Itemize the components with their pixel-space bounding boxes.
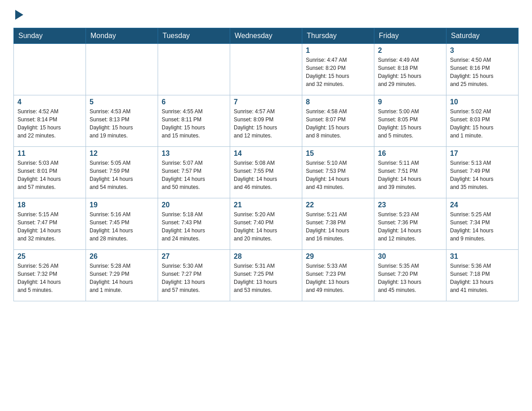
- day-info: Sunrise: 5:33 AM Sunset: 7:23 PM Dayligh…: [306, 262, 370, 294]
- day-header-wednesday: Wednesday: [230, 28, 302, 44]
- day-info: Sunrise: 5:25 AM Sunset: 7:34 PM Dayligh…: [450, 210, 515, 243]
- day-info: Sunrise: 5:13 AM Sunset: 7:49 PM Dayligh…: [450, 159, 515, 191]
- logo: [13, 9, 23, 20]
- calendar-day-cell: [86, 44, 158, 95]
- calendar-day-cell: 21Sunrise: 5:20 AM Sunset: 7:40 PM Dayli…: [230, 198, 302, 250]
- day-number: 22: [306, 201, 370, 209]
- day-info: Sunrise: 4:52 AM Sunset: 8:14 PM Dayligh…: [17, 107, 82, 140]
- day-number: 25: [17, 253, 82, 261]
- day-number: 21: [234, 201, 298, 209]
- calendar-day-cell: 19Sunrise: 5:16 AM Sunset: 7:45 PM Dayli…: [86, 198, 158, 250]
- day-info: Sunrise: 4:50 AM Sunset: 8:16 PM Dayligh…: [450, 56, 515, 88]
- calendar-day-cell: 11Sunrise: 5:03 AM Sunset: 8:01 PM Dayli…: [14, 147, 86, 198]
- day-info: Sunrise: 5:23 AM Sunset: 7:36 PM Dayligh…: [378, 210, 442, 243]
- calendar-day-cell: 28Sunrise: 5:31 AM Sunset: 7:25 PM Dayli…: [230, 250, 302, 301]
- day-number: 31: [450, 253, 515, 261]
- calendar-day-cell: 25Sunrise: 5:26 AM Sunset: 7:32 PM Dayli…: [14, 250, 86, 301]
- day-header-sunday: Sunday: [14, 28, 86, 44]
- page-header: [13, 9, 519, 20]
- calendar-day-cell: [158, 44, 230, 95]
- day-info: Sunrise: 5:11 AM Sunset: 7:51 PM Dayligh…: [378, 159, 442, 191]
- day-info: Sunrise: 5:35 AM Sunset: 7:20 PM Dayligh…: [378, 262, 442, 294]
- day-header-tuesday: Tuesday: [158, 28, 230, 44]
- day-number: 6: [162, 98, 226, 106]
- logo-arrow-icon: [15, 10, 23, 20]
- calendar-day-cell: 15Sunrise: 5:10 AM Sunset: 7:53 PM Dayli…: [302, 147, 374, 198]
- day-number: 30: [378, 253, 442, 261]
- day-number: 19: [90, 201, 154, 209]
- calendar-day-cell: 22Sunrise: 5:21 AM Sunset: 7:38 PM Dayli…: [302, 198, 374, 250]
- day-number: 13: [162, 150, 226, 158]
- day-info: Sunrise: 5:05 AM Sunset: 7:59 PM Dayligh…: [90, 159, 154, 191]
- day-number: 1: [306, 47, 370, 55]
- day-info: Sunrise: 4:55 AM Sunset: 8:11 PM Dayligh…: [162, 107, 226, 140]
- day-info: Sunrise: 5:00 AM Sunset: 8:05 PM Dayligh…: [378, 107, 442, 140]
- day-number: 15: [306, 150, 370, 158]
- day-info: Sunrise: 5:31 AM Sunset: 7:25 PM Dayligh…: [234, 262, 298, 294]
- day-number: 17: [450, 150, 515, 158]
- calendar-header-row: SundayMondayTuesdayWednesdayThursdayFrid…: [14, 28, 519, 44]
- day-number: 3: [450, 47, 515, 55]
- day-info: Sunrise: 5:28 AM Sunset: 7:29 PM Dayligh…: [90, 262, 154, 294]
- calendar-week-row: 1Sunrise: 4:47 AM Sunset: 8:20 PM Daylig…: [14, 44, 519, 95]
- day-info: Sunrise: 4:58 AM Sunset: 8:07 PM Dayligh…: [306, 107, 370, 140]
- day-header-monday: Monday: [86, 28, 158, 44]
- day-number: 26: [90, 253, 154, 261]
- calendar-day-cell: 18Sunrise: 5:15 AM Sunset: 7:47 PM Dayli…: [14, 198, 86, 250]
- calendar-week-row: 11Sunrise: 5:03 AM Sunset: 8:01 PM Dayli…: [14, 147, 519, 198]
- svg-marker-0: [15, 10, 23, 20]
- calendar-day-cell: 12Sunrise: 5:05 AM Sunset: 7:59 PM Dayli…: [86, 147, 158, 198]
- calendar-day-cell: 1Sunrise: 4:47 AM Sunset: 8:20 PM Daylig…: [302, 44, 374, 95]
- calendar-day-cell: 27Sunrise: 5:30 AM Sunset: 7:27 PM Dayli…: [158, 250, 230, 301]
- day-number: 8: [306, 98, 370, 106]
- day-header-saturday: Saturday: [446, 28, 519, 44]
- calendar-day-cell: 14Sunrise: 5:08 AM Sunset: 7:55 PM Dayli…: [230, 147, 302, 198]
- calendar-day-cell: 30Sunrise: 5:35 AM Sunset: 7:20 PM Dayli…: [374, 250, 446, 301]
- day-info: Sunrise: 5:36 AM Sunset: 7:18 PM Dayligh…: [450, 262, 515, 294]
- calendar-table: SundayMondayTuesdayWednesdayThursdayFrid…: [13, 28, 519, 301]
- day-header-thursday: Thursday: [302, 28, 374, 44]
- calendar-day-cell: 31Sunrise: 5:36 AM Sunset: 7:18 PM Dayli…: [446, 250, 519, 301]
- day-info: Sunrise: 5:16 AM Sunset: 7:45 PM Dayligh…: [90, 210, 154, 243]
- calendar-day-cell: 8Sunrise: 4:58 AM Sunset: 8:07 PM Daylig…: [302, 95, 374, 147]
- calendar-day-cell: 26Sunrise: 5:28 AM Sunset: 7:29 PM Dayli…: [86, 250, 158, 301]
- day-info: Sunrise: 5:18 AM Sunset: 7:43 PM Dayligh…: [162, 210, 226, 243]
- day-info: Sunrise: 5:20 AM Sunset: 7:40 PM Dayligh…: [234, 210, 298, 243]
- day-number: 2: [378, 47, 442, 55]
- calendar-day-cell: 24Sunrise: 5:25 AM Sunset: 7:34 PM Dayli…: [446, 198, 519, 250]
- day-number: 4: [17, 98, 82, 106]
- day-info: Sunrise: 5:07 AM Sunset: 7:57 PM Dayligh…: [162, 159, 226, 191]
- calendar-day-cell: 6Sunrise: 4:55 AM Sunset: 8:11 PM Daylig…: [158, 95, 230, 147]
- day-info: Sunrise: 5:08 AM Sunset: 7:55 PM Dayligh…: [234, 159, 298, 191]
- day-number: 7: [234, 98, 298, 106]
- day-number: 28: [234, 253, 298, 261]
- day-info: Sunrise: 5:15 AM Sunset: 7:47 PM Dayligh…: [17, 210, 82, 243]
- calendar-day-cell: [230, 44, 302, 95]
- day-info: Sunrise: 5:26 AM Sunset: 7:32 PM Dayligh…: [17, 262, 82, 294]
- day-number: 5: [90, 98, 154, 106]
- calendar-day-cell: 5Sunrise: 4:53 AM Sunset: 8:13 PM Daylig…: [86, 95, 158, 147]
- day-number: 24: [450, 201, 515, 209]
- day-number: 18: [17, 201, 82, 209]
- day-number: 23: [378, 201, 442, 209]
- calendar-day-cell: 3Sunrise: 4:50 AM Sunset: 8:16 PM Daylig…: [446, 44, 519, 95]
- day-header-friday: Friday: [374, 28, 446, 44]
- day-info: Sunrise: 5:03 AM Sunset: 8:01 PM Dayligh…: [17, 159, 82, 191]
- day-number: 27: [162, 253, 226, 261]
- calendar-day-cell: 20Sunrise: 5:18 AM Sunset: 7:43 PM Dayli…: [158, 198, 230, 250]
- calendar-week-row: 4Sunrise: 4:52 AM Sunset: 8:14 PM Daylig…: [14, 95, 519, 147]
- calendar-day-cell: 29Sunrise: 5:33 AM Sunset: 7:23 PM Dayli…: [302, 250, 374, 301]
- calendar-day-cell: 10Sunrise: 5:02 AM Sunset: 8:03 PM Dayli…: [446, 95, 519, 147]
- calendar-day-cell: 23Sunrise: 5:23 AM Sunset: 7:36 PM Dayli…: [374, 198, 446, 250]
- day-number: 20: [162, 201, 226, 209]
- day-info: Sunrise: 4:49 AM Sunset: 8:18 PM Dayligh…: [378, 56, 442, 88]
- calendar-day-cell: 9Sunrise: 5:00 AM Sunset: 8:05 PM Daylig…: [374, 95, 446, 147]
- day-info: Sunrise: 5:30 AM Sunset: 7:27 PM Dayligh…: [162, 262, 226, 294]
- day-info: Sunrise: 4:57 AM Sunset: 8:09 PM Dayligh…: [234, 107, 298, 140]
- calendar-day-cell: 2Sunrise: 4:49 AM Sunset: 8:18 PM Daylig…: [374, 44, 446, 95]
- day-number: 14: [234, 150, 298, 158]
- day-number: 12: [90, 150, 154, 158]
- calendar-day-cell: 16Sunrise: 5:11 AM Sunset: 7:51 PM Dayli…: [374, 147, 446, 198]
- calendar-day-cell: 7Sunrise: 4:57 AM Sunset: 8:09 PM Daylig…: [230, 95, 302, 147]
- day-info: Sunrise: 4:53 AM Sunset: 8:13 PM Dayligh…: [90, 107, 154, 140]
